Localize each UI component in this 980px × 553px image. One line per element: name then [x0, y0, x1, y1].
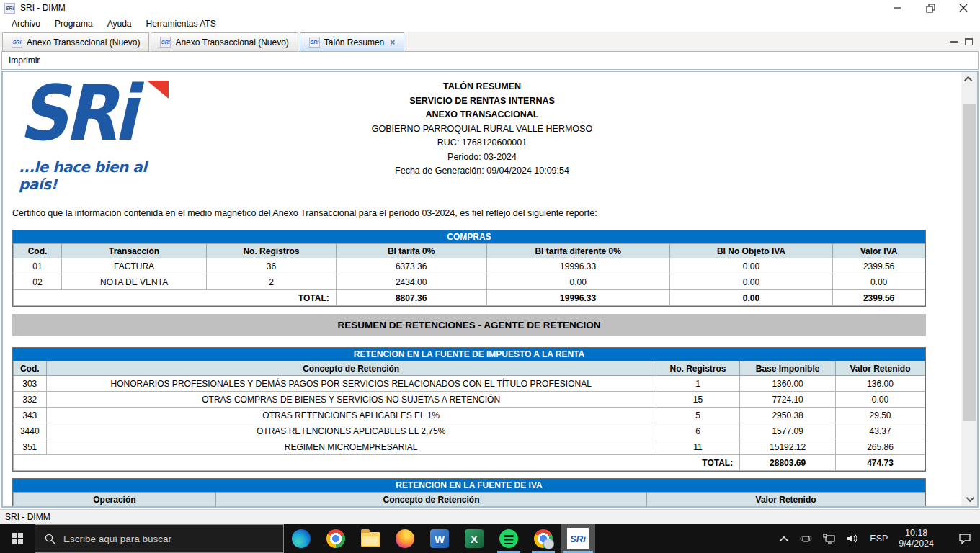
meet-now-icon[interactable] [800, 534, 812, 544]
total-cell: 8807.36 [336, 290, 486, 306]
report-annex: ANEXO TRANSACCIONAL [3, 108, 961, 122]
total-label: TOTAL: [14, 455, 740, 471]
table-row: 351 REGIMEN MICROEMPRESARIAL 11 15192.12… [14, 439, 925, 455]
action-center-icon[interactable] [958, 533, 971, 544]
scroll-down-icon[interactable] [961, 492, 977, 506]
taskbar-edge[interactable] [284, 524, 318, 553]
table-row: 01 FACTURA 36 6373.36 19996.33 0.00 2399… [14, 258, 925, 274]
table-cell: 351 [14, 439, 47, 455]
firefox-icon [396, 529, 414, 548]
column-header: Valor Retenido [836, 361, 925, 376]
table-cell: 1 [656, 376, 739, 392]
status-bar: SRI - DIMM [0, 509, 980, 524]
restore-button[interactable] [914, 0, 947, 16]
maximize-view-icon[interactable] [965, 38, 973, 45]
minimize-view-icon[interactable] [950, 41, 958, 43]
table-cell: OTRAS RETENCIONES APLICABLES EL 1% [46, 408, 656, 423]
report-page: SRi ...le hace bien al país! TALÓN RESUM… [3, 72, 961, 506]
search-icon [45, 534, 55, 544]
tab-talon-resumen[interactable]: SRi Talón Resumen × [300, 32, 404, 51]
network-icon[interactable] [823, 534, 836, 544]
vertical-scrollbar[interactable] [961, 72, 977, 506]
tab-bar: SRi Anexo Transaccional (Nuevo) SRi Anex… [0, 32, 980, 51]
word-icon: W [430, 529, 449, 548]
hidden-icons-chevron-icon[interactable] [779, 535, 789, 543]
menu-ayuda[interactable]: Ayuda [100, 17, 139, 30]
tab-anexo-transaccional-2[interactable]: SRi Anexo Transaccional (Nuevo) [151, 32, 298, 51]
taskbar-chrome-profile[interactable] [526, 524, 561, 553]
language-indicator[interactable]: ESP [870, 534, 888, 544]
sri-dimm-icon: SRi [567, 528, 589, 549]
taxpayer-name: GOBIERNO PARROQUIAL RURAL VALLE HERMOSO [3, 122, 961, 137]
column-header: No. Registros [207, 244, 337, 258]
window-controls [881, 0, 980, 16]
tab-anexo-transaccional-1[interactable]: SRi Anexo Transaccional (Nuevo) [2, 32, 149, 51]
taskbar-excel[interactable]: X [457, 524, 491, 553]
renta-table: RETENCION EN LA FUENTE DE IMPUESTO A LA … [12, 347, 926, 472]
app-sri-icon: SRi [4, 3, 15, 14]
minimize-button[interactable] [881, 0, 914, 16]
table-cell: 29.50 [836, 408, 925, 423]
volume-icon[interactable] [847, 534, 859, 544]
column-header: Cod. [14, 361, 47, 376]
table-cell: 6 [656, 423, 739, 439]
chrome-profile-icon [534, 529, 553, 548]
table-cell: OTRAS RETENCIONES APLICABLES EL 2,75% [46, 423, 656, 439]
table-row: 303 HONORARIOS PROFESIONALES Y DEMÁS PAG… [14, 376, 925, 392]
table-cell: NOTA DE VENTA [62, 274, 207, 290]
certification-text: Certifico que la información contenida e… [12, 208, 597, 218]
report-header: TALÓN RESUMEN SERVICIO DE RENTAS INTERNA… [3, 80, 961, 179]
start-button[interactable] [0, 524, 35, 553]
scroll-up-icon[interactable] [961, 72, 977, 86]
total-cell: 2399.56 [833, 290, 925, 306]
close-button[interactable] [947, 0, 980, 16]
table-cell: 15192.12 [740, 439, 836, 455]
menu-herramientas-ats[interactable]: Herramientas ATS [139, 17, 223, 30]
scrollbar-thumb[interactable] [963, 104, 976, 421]
renta-table-title: RETENCION EN LA FUENTE DE IMPUESTO A LA … [13, 348, 925, 361]
table-cell: HONORARIOS PROFESIONALES Y DEMÁS PAGOS P… [46, 376, 656, 392]
table-cell: 15 [656, 392, 739, 408]
tab-label: Talón Resumen [324, 37, 384, 48]
sri-tab-icon: SRi [160, 37, 171, 48]
taskbar-sri-dimm[interactable]: SRi [561, 524, 595, 553]
column-header: Concepto de Retención [46, 361, 656, 376]
table-row: 02 NOTA DE VENTA 2 2434.00 0.00 0.00 0.0… [14, 274, 925, 290]
report-subtitle: SERVICIO DE RENTAS INTERNAS [3, 94, 961, 109]
table-cell: 0.00 [669, 258, 832, 274]
table-cell: 265.86 [836, 439, 925, 455]
table-cell: 36 [207, 258, 337, 274]
table-row: 332 OTRAS COMPRAS DE BIENES Y SERVICIOS … [14, 392, 925, 408]
window-title: SRI - DIMM [20, 3, 66, 13]
windows-taskbar: W X SRi ESP 10:18 9/4/2024 [0, 524, 980, 553]
table-cell: OTRAS COMPRAS DE BIENES Y SERVICIOS NO S… [46, 392, 656, 408]
table-cell: 02 [14, 274, 62, 290]
iva-table-title: RETENCION EN LA FUENTE DE IVA [13, 479, 925, 492]
total-row: TOTAL: 8807.36 19996.33 0.00 2399.56 [14, 290, 925, 306]
search-input[interactable] [63, 534, 265, 544]
tab-close-icon[interactable]: × [390, 39, 395, 46]
table-cell: 0.00 [486, 274, 669, 290]
column-header: Transacción [62, 244, 207, 258]
table-row: 343 OTRAS RETENCIONES APLICABLES EL 1% 5… [14, 408, 925, 423]
view-toolbar: Imprimir [1, 51, 979, 70]
taskbar-clock[interactable]: 10:18 9/4/2024 [899, 528, 934, 549]
menu-programa[interactable]: Programa [48, 17, 100, 30]
taskbar-file-explorer[interactable] [353, 524, 388, 553]
taskbar-search[interactable] [35, 524, 284, 553]
taskbar-spotify[interactable] [491, 524, 526, 553]
taskbar-firefox[interactable] [388, 524, 422, 553]
tab-label: Anexo Transaccional (Nuevo) [175, 37, 288, 48]
clock-time: 10:18 [899, 528, 934, 539]
taskbar-chrome[interactable] [318, 524, 353, 553]
sri-tab-icon: SRi [12, 37, 22, 48]
menu-archivo[interactable]: Archivo [4, 17, 48, 30]
table-header-row: Cod. Transacción No. Registros BI tarifa… [14, 244, 925, 258]
table-cell: 3440 [14, 423, 47, 439]
imprimir-button[interactable]: Imprimir [9, 55, 40, 66]
column-header: BI No Objeto IVA [669, 244, 832, 258]
report-period: Periodo: 03-2024 [3, 150, 961, 165]
column-header: BI tarifa 0% [336, 244, 486, 258]
table-cell: 1577.09 [740, 423, 836, 439]
taskbar-word[interactable]: W [422, 524, 457, 553]
